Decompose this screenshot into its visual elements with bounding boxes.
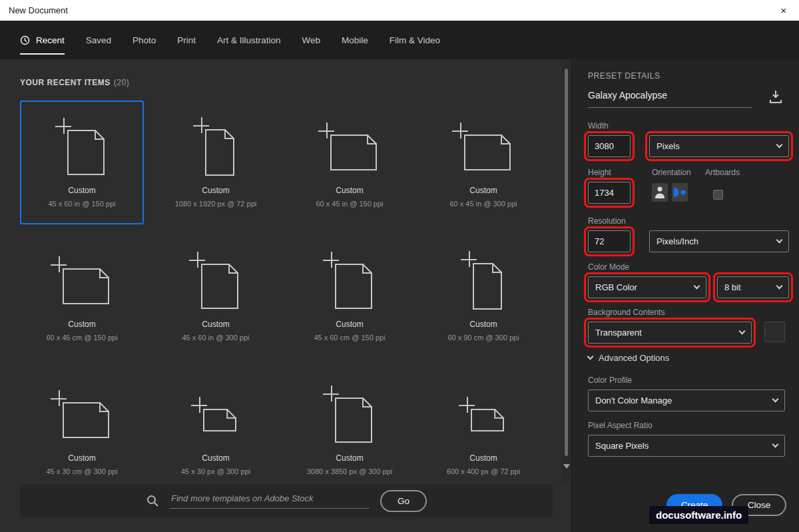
recent-item-name: Custom — [469, 453, 497, 463]
document-thumbnail-icon — [449, 111, 518, 183]
tab-label: Saved — [86, 35, 111, 45]
document-thumbnail-icon — [47, 245, 117, 317]
bit-depth-select[interactable]: 8 bit — [717, 276, 789, 298]
recent-item-name: Custom — [469, 186, 497, 195]
window-title: New Document — [9, 5, 68, 15]
tab-web[interactable]: Web — [302, 21, 320, 59]
width-unit-select[interactable]: Pixels — [649, 135, 789, 157]
document-thumbnail-icon — [449, 379, 518, 451]
recent-item-name: Custom — [336, 186, 363, 195]
color-mode-value: RGB Color — [595, 282, 637, 292]
search-input[interactable] — [170, 493, 370, 509]
artboards-label: Artboards — [705, 168, 740, 177]
pixel-aspect-ratio-select[interactable]: Square Pixels — [588, 435, 785, 457]
recent-item-name: Custom — [202, 453, 229, 463]
background-color-swatch[interactable] — [764, 322, 785, 342]
tab-film-video[interactable]: Film & Video — [390, 21, 440, 59]
advanced-options-toggle[interactable]: Advanced Options — [588, 353, 669, 363]
resolution-unit-select[interactable]: Pixels/Inch — [649, 230, 789, 252]
recent-item-12[interactable]: Custom 600 x 400 px @ 72 ppi — [421, 368, 545, 492]
document-thumbnail-icon — [315, 111, 384, 183]
resolution-input[interactable] — [588, 230, 631, 252]
orientation-toggle — [652, 183, 688, 202]
chevron-down-icon — [739, 328, 746, 335]
resolution-unit-value: Pixels/Inch — [657, 236, 698, 246]
document-thumbnail-icon — [181, 245, 250, 317]
chevron-down-icon — [776, 237, 783, 244]
tab-label: Mobile — [342, 35, 368, 45]
color-mode-select[interactable]: RGB Color — [588, 276, 706, 298]
go-button[interactable]: Go — [380, 490, 427, 512]
recent-item-3[interactable]: Custom 60 x 45 in @ 150 ppi — [288, 101, 411, 224]
recent-item-size: 60 x 45 in @ 150 ppi — [316, 200, 383, 208]
document-thumbnail-icon — [315, 379, 384, 451]
recent-item-name: Custom — [68, 453, 95, 463]
tab-recent[interactable]: Recent — [20, 21, 65, 59]
artboards-checkbox[interactable] — [713, 190, 723, 200]
pixel-aspect-ratio-label: Pixel Aspect Ratio — [588, 421, 653, 430]
document-thumbnail-icon — [181, 379, 250, 451]
preset-details-heading: PRESET DETAILS — [588, 71, 661, 81]
document-thumbnail-icon — [315, 245, 384, 317]
background-contents-select[interactable]: Transparent — [588, 322, 752, 344]
bit-depth-value: 8 bit — [724, 282, 741, 292]
preset-details-panel: PRESET DETAILS Width Pixels Height Orien… — [571, 59, 799, 532]
recent-item-size: 45 x 60 in @ 300 ppi — [182, 334, 249, 342]
tab-label: Photo — [133, 35, 156, 45]
tab-label: Recent — [36, 35, 65, 45]
search-icon — [146, 494, 159, 507]
recent-item-size: 600 x 400 px @ 72 ppi — [447, 467, 520, 475]
recent-item-9[interactable]: Custom 45 x 30 cm @ 300 ppi — [20, 368, 144, 492]
recent-item-4[interactable]: Custom 60 x 45 in @ 300 ppi — [421, 101, 545, 224]
window-titlebar: New Document × — [0, 0, 799, 21]
tab-saved[interactable]: Saved — [86, 21, 111, 59]
document-thumbnail-icon — [47, 379, 117, 451]
recent-item-name: Custom — [336, 320, 363, 329]
scrollbar-down-arrow-icon[interactable] — [563, 464, 570, 469]
width-label: Width — [588, 121, 609, 131]
recent-item-name: Custom — [202, 186, 229, 195]
orientation-label: Orientation — [652, 168, 691, 177]
recent-item-size: 60 x 90 cm @ 300 ppi — [447, 334, 519, 342]
scrollbar-thumb[interactable] — [565, 69, 568, 456]
advanced-options-label: Advanced Options — [599, 353, 669, 363]
chevron-down-icon — [694, 283, 700, 290]
recent-items-heading: YOUR RECENT ITEMS(20) — [20, 78, 129, 87]
document-name-input[interactable] — [588, 90, 752, 108]
window-close-button[interactable]: × — [776, 4, 790, 17]
recent-item-name: Custom — [202, 320, 229, 329]
recent-item-10[interactable]: Custom 45 x 30 px @ 300 ppi — [154, 368, 278, 492]
resolution-label: Resolution — [588, 216, 626, 226]
recent-item-size: 45 x 60 in @ 150 ppi — [48, 200, 115, 208]
tab-mobile[interactable]: Mobile — [342, 21, 368, 59]
pixel-aspect-ratio-value: Square Pixels — [595, 441, 649, 451]
color-mode-label: Color Mode — [588, 262, 629, 272]
height-input[interactable] — [588, 182, 631, 204]
tab-art-illustration[interactable]: Art & Illustration — [217, 21, 280, 59]
portrait-orientation-icon[interactable] — [652, 183, 668, 202]
color-profile-select[interactable]: Don't Color Manage — [588, 390, 785, 411]
recent-item-5[interactable]: Custom 60 x 45 cm @ 150 ppi — [20, 234, 144, 358]
recent-item-size: 45 x 60 cm @ 150 ppi — [314, 334, 385, 342]
recent-item-7[interactable]: Custom 45 x 60 cm @ 150 ppi — [288, 234, 411, 358]
width-unit-value: Pixels — [657, 141, 680, 151]
recent-item-6[interactable]: Custom 45 x 60 in @ 300 ppi — [154, 234, 278, 358]
tab-photo[interactable]: Photo — [133, 21, 156, 59]
recent-item-8[interactable]: Custom 60 x 90 cm @ 300 ppi — [421, 234, 545, 358]
recent-item-name: Custom — [336, 453, 363, 463]
chevron-down-icon — [776, 283, 783, 290]
recent-item-size: 60 x 45 cm @ 150 ppi — [46, 334, 117, 342]
tab-label: Web — [302, 35, 320, 45]
recent-item-2[interactable]: Custom 1080 x 1920 px @ 72 ppi — [154, 101, 278, 224]
recent-item-1[interactable]: Custom 45 x 60 in @ 150 ppi — [20, 101, 144, 224]
scrollbar-track[interactable] — [563, 61, 571, 483]
tab-print[interactable]: Print — [177, 21, 196, 59]
recent-item-11[interactable]: Custom 3080 x 3850 px @ 300 ppi — [288, 368, 411, 492]
save-preset-icon[interactable] — [766, 87, 785, 109]
document-thumbnail-icon — [47, 111, 117, 183]
width-input[interactable] — [588, 135, 631, 157]
landscape-orientation-icon[interactable] — [672, 183, 688, 202]
background-contents-label: Background Contents — [588, 308, 665, 317]
document-thumbnail-icon — [181, 111, 250, 183]
document-thumbnail-icon — [449, 245, 518, 317]
